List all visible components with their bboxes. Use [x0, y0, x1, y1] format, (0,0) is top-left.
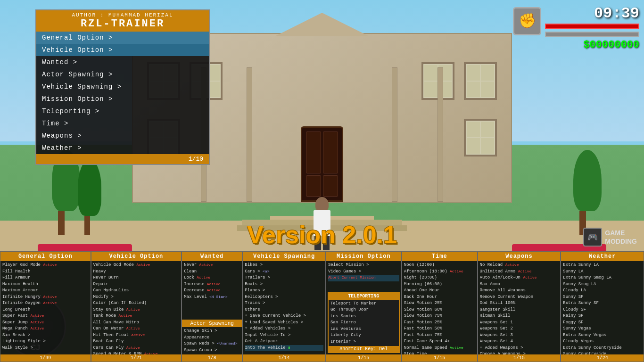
panel-time-footer: 1/15 [402, 354, 477, 362]
list-item: Interior > [330, 339, 397, 346]
teleporting-content: Teleport To Marker Go Through Door Los S… [329, 300, 399, 346]
menu-item-actor-spawning[interactable]: Actor Spawning > [36, 68, 209, 81]
list-item: Fast Motion 50% [404, 326, 475, 332]
tree-left-2 [75, 159, 99, 235]
money-display: $00000000 [583, 39, 639, 51]
list-item: Normal Game Speed Active [404, 345, 475, 352]
hud-time-row: ✊ 09:39 [513, 5, 639, 37]
list-item: Weapons Set 1 [480, 320, 559, 326]
list-item: + Load Saved Vehicles > [245, 320, 323, 326]
list-item: Night (23:00) [404, 275, 475, 281]
list-item: Decrease Active [184, 288, 240, 294]
list-item: Others [245, 307, 323, 313]
health-bar [545, 24, 639, 29]
list-item: Remove All Weapons [480, 288, 559, 294]
panel-general-option-header: General Option [0, 252, 91, 261]
list-item: Fast Motion 25% [404, 320, 475, 326]
list-item: Fast Motion 75% [404, 332, 475, 339]
list-item: Sin Break > [2, 332, 89, 339]
list-item: Sunny Vegas [563, 326, 642, 332]
list-item: Can Hydraulics [93, 288, 180, 294]
teleporting-title: TELEPORTING [329, 293, 399, 300]
list-item: Trailers > [245, 275, 323, 281]
list-item: Cloudy Vegas [563, 338, 642, 345]
list-item: No Reload Active [480, 262, 559, 269]
list-item: Extra Sunny Countryside [563, 345, 642, 352]
panel-vehicle-spawning: Vehicle Spawning Bikes > Cars > <a> Trai… [242, 251, 326, 362]
window [464, 119, 497, 156]
list-item: + Added Weapons > [480, 345, 559, 352]
list-item: + Save Current Vehicle > [245, 313, 323, 320]
list-item: Sunny Countryside [563, 351, 642, 354]
list-item: Infinite Hungry Active [2, 294, 89, 301]
list-item: Trains > [245, 300, 323, 307]
menu-item-weather[interactable]: Weather > [36, 142, 209, 154]
list-item: Never Active [184, 262, 240, 269]
list-item: All Can Have Nitro [93, 320, 180, 326]
list-item: Into The Vehicle ▮ [245, 345, 323, 352]
menu-item-weapons[interactable]: Weapons > [36, 130, 209, 142]
panel-vehicle-spawning-content: Bikes > Cars > <a> Trailers > Boats > Pl… [243, 261, 325, 354]
menu-item-general-option[interactable]: General Option > [36, 32, 209, 44]
list-item: Fast Game Speed 4x [404, 338, 475, 345]
list-item: Helicopters > [245, 294, 323, 301]
panel-general-option-footer: 1/99 [0, 354, 91, 362]
list-item: Back One Hour [404, 294, 475, 301]
clock-display: 09:39 [594, 5, 639, 22]
list-item: Never Burn [93, 275, 180, 281]
list-item: Infinite Oxygen Active [2, 300, 89, 307]
panel-actor-spawning-content: Change Skin > Appearance Spawn Reds > <U… [182, 327, 242, 354]
menu-item-wanted[interactable]: Wanted > [36, 56, 209, 68]
watermark-line2: MODDING [605, 238, 637, 245]
list-item: Cloudy LA [563, 288, 642, 294]
list-item: Clean [184, 269, 240, 275]
list-item: Planes > [245, 288, 323, 294]
list-item: Maximum Health [2, 281, 89, 288]
watermark: 🎮 GAME MODDING [583, 228, 637, 247]
list-item: Player God Mode Active [2, 262, 89, 269]
list-item: Cloudy SF [563, 307, 642, 313]
panel-time-header: Time [402, 252, 477, 261]
list-item: Sunny LA [563, 269, 642, 275]
trainer-title: RZL-TRAINER [36, 18, 209, 30]
list-item: Heavy [93, 269, 180, 275]
list-item: Slow Motion 25% [404, 300, 475, 307]
panel-time: Time Noon (12:00) Afternoon (18:00) Acti… [402, 251, 478, 362]
list-item: Can On Water Active [93, 326, 180, 332]
list-item: Change Skin > [184, 328, 240, 335]
panel-weather-header: Weather [561, 252, 644, 261]
menu-item-mission-option[interactable]: Mission Option > [36, 93, 209, 105]
list-item: Vehicle God Mode Active [93, 262, 180, 269]
list-item: Slow Motion 75% [404, 313, 475, 320]
list-item: Hit Then Float Active [93, 332, 180, 339]
teleporting-subpanel: TELEPORTING Teleport To Marker Go Throug… [328, 292, 400, 354]
list-item: Maximum Armour [2, 288, 89, 294]
list-item: Stay On Bike Active [93, 307, 180, 313]
bottom-panels: General Option Player God Mode Active Fi… [0, 251, 644, 362]
menu-item-vehicle-spawning[interactable]: Vehicle Spawning > [36, 81, 209, 93]
list-item: Morning (06:00) [404, 281, 475, 288]
list-item: Ahead One Hour [404, 288, 475, 294]
list-item: Color (Can If Rolled) [93, 300, 180, 307]
trainer-menu: AUTHOR : MUHAMMAD HERIZAL RZL-TRAINER Ge… [35, 9, 210, 165]
list-item: Auto Aim/Lock-On Active [480, 275, 559, 281]
panel-wanted: Wanted Never Active Clean Lock Active In… [182, 251, 242, 362]
menu-item-time[interactable]: Time > [36, 117, 209, 130]
list-item: Sunny SF [563, 294, 642, 301]
teleporting-footer: Shortcut Key: Del [329, 346, 399, 352]
list-item: Rainy SF [563, 313, 642, 320]
menu-pagination: 1/10 [36, 154, 209, 164]
list-item: Select Mission > [328, 262, 399, 269]
list-item: Liberty City [330, 332, 397, 339]
list-item: Sunny Smog LA [563, 281, 642, 288]
panel-weather: Weather Extra Sunny LA Sunny LA Extra Su… [561, 251, 644, 362]
list-item: Get A Jetpack [245, 338, 323, 345]
health-icon: ✊ [513, 7, 541, 35]
panel-weapons-header: Weapons [478, 252, 561, 261]
list-item: Fill Health [2, 269, 89, 275]
list-item: Cars Can Fly Active [93, 345, 180, 352]
list-item: Repair [93, 281, 180, 288]
menu-item-vehicle-option[interactable]: Vehicle Option > [36, 44, 209, 56]
menu-item-teleporting[interactable]: Teleporting > [36, 105, 209, 117]
list-item: Las Venturas [330, 326, 397, 333]
